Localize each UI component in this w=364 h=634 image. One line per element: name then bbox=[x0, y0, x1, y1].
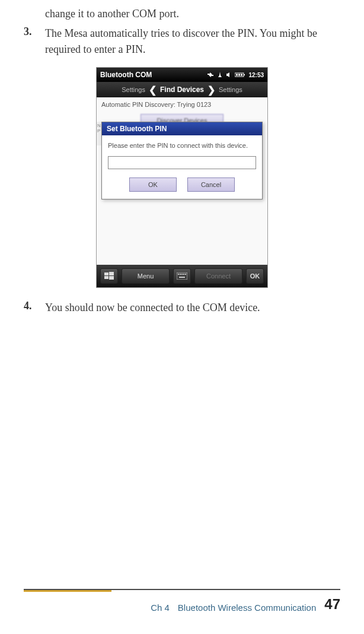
step-4: 4. You should now be connected to the CO… bbox=[24, 300, 340, 316]
discovery-status-text: Automatic PIN Discovery: Trying 0123 bbox=[97, 97, 267, 112]
step-4-text: You should now be connected to the COM d… bbox=[45, 300, 260, 316]
footer-chapter: Ch 4 bbox=[151, 603, 170, 613]
svg-rect-1 bbox=[244, 74, 245, 75]
window-title: Bluetooth COM bbox=[100, 71, 207, 79]
ok-button[interactable]: OK bbox=[246, 268, 264, 284]
step-3: 3. The Mesa automatically tries to disco… bbox=[24, 26, 340, 58]
svg-rect-7 bbox=[104, 276, 108, 279]
step-4-number: 4. bbox=[24, 300, 45, 312]
battery-icon bbox=[235, 72, 245, 78]
main-area: Automatic PIN Discovery: Trying 0123 Dis… bbox=[97, 97, 267, 265]
sync-icon bbox=[207, 72, 214, 78]
subbar-center-label: Find Devices bbox=[160, 85, 204, 94]
svg-rect-5 bbox=[104, 272, 108, 275]
page-footer: Ch 4 Bluetooth Wireless Communication 47 bbox=[24, 596, 340, 613]
svg-rect-9 bbox=[177, 272, 187, 280]
svg-rect-15 bbox=[179, 277, 185, 278]
subbar-center[interactable]: ❮ Find Devices ❯ bbox=[149, 84, 215, 96]
start-button[interactable] bbox=[100, 268, 118, 284]
dialog-message: Please enter the PIN to connect with thi… bbox=[108, 141, 256, 150]
bottom-bar: Menu Connect OK bbox=[97, 265, 267, 287]
windows-icon bbox=[104, 271, 114, 281]
menu-button[interactable]: Menu bbox=[122, 268, 170, 284]
svg-rect-8 bbox=[109, 276, 114, 280]
svg-rect-4 bbox=[241, 74, 242, 76]
status-icons: 12:53 bbox=[207, 72, 264, 78]
chevron-right-icon[interactable]: ❯ bbox=[207, 84, 215, 96]
keyboard-icon bbox=[177, 272, 187, 280]
set-bluetooth-pin-dialog: Set Bluetooth PIN Please enter the PIN t… bbox=[101, 122, 263, 199]
svg-rect-13 bbox=[183, 274, 184, 275]
svg-rect-11 bbox=[180, 274, 181, 275]
svg-rect-3 bbox=[238, 74, 240, 76]
page-number: 47 bbox=[324, 596, 340, 613]
step-3-number: 3. bbox=[24, 26, 45, 38]
connect-button: Connect bbox=[194, 268, 242, 284]
dialog-cancel-button[interactable]: Cancel bbox=[187, 177, 235, 192]
svg-rect-2 bbox=[236, 74, 238, 76]
device-screenshot: Bluetooth COM 12:53 Settings ❮ Find Devi… bbox=[96, 67, 268, 288]
subbar-right-label[interactable]: Settings bbox=[215, 86, 246, 93]
page-content: change it to another COM port. 3. The Me… bbox=[24, 0, 340, 316]
svg-rect-14 bbox=[185, 274, 186, 275]
footer-accent-bar bbox=[24, 590, 111, 592]
footer-title: Bluetooth Wireless Communication bbox=[178, 603, 316, 613]
dialog-title: Set Bluetooth PIN bbox=[102, 122, 262, 135]
svg-rect-12 bbox=[181, 274, 183, 275]
bg-tab-p: P bbox=[97, 128, 100, 134]
subbar-left-label[interactable]: Settings bbox=[118, 86, 149, 93]
clock-text: 12:53 bbox=[248, 72, 264, 78]
svg-rect-6 bbox=[109, 272, 114, 275]
dialog-buttons: OK Cancel bbox=[108, 177, 256, 192]
signal-icon bbox=[217, 72, 223, 78]
speaker-icon bbox=[226, 72, 232, 78]
prev-step-fragment: change it to another COM port. bbox=[45, 6, 340, 22]
chevron-left-icon[interactable]: ❮ bbox=[149, 84, 157, 96]
pin-input-field[interactable] bbox=[108, 156, 256, 169]
keyboard-button[interactable] bbox=[173, 268, 191, 284]
dialog-ok-button[interactable]: OK bbox=[129, 177, 177, 192]
step-3-text: The Mesa automatically tries to discover… bbox=[45, 26, 340, 58]
sub-bar: Settings ❮ Find Devices ❯ Settings bbox=[97, 82, 267, 97]
bg-tab-n: N bbox=[97, 123, 101, 128]
title-bar: Bluetooth COM 12:53 bbox=[97, 68, 267, 82]
svg-rect-10 bbox=[178, 274, 179, 275]
screenshot-figure: Bluetooth COM 12:53 Settings ❮ Find Devi… bbox=[24, 67, 340, 288]
dialog-body: Please enter the PIN to connect with thi… bbox=[102, 135, 262, 199]
